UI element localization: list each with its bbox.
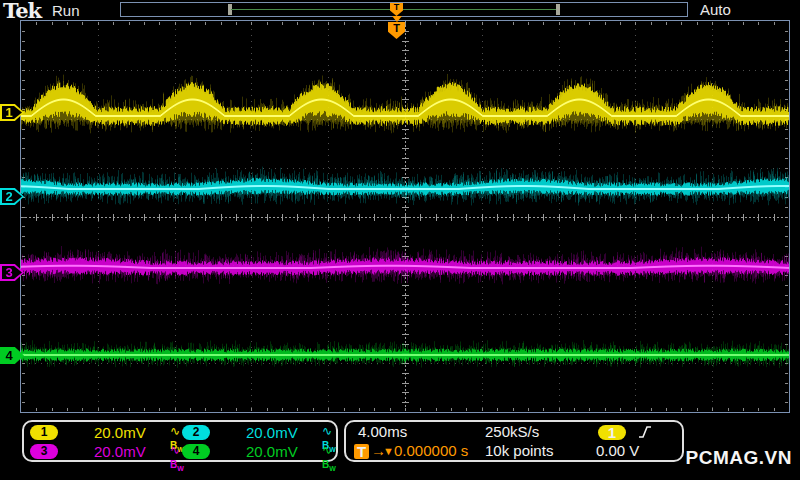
channel-1-readout[interactable]: 1 20.0mV ∿ BW — [30, 423, 182, 442]
watermark: PCMAG.VN — [686, 447, 792, 469]
channel-4-coupling-icons: ∿ BW — [322, 443, 336, 472]
channel-2-badge: 2 — [182, 425, 210, 440]
trigger-mode-label: Auto — [700, 1, 731, 18]
channel-3-marker-label: 3 — [0, 265, 18, 280]
trigger-source-badge: 1 — [598, 425, 626, 440]
record-view-trigger-position-icon[interactable]: T — [390, 3, 403, 16]
trigger-time-icon: T — [354, 444, 369, 459]
ac-coupling-icon: ∿ — [170, 424, 180, 438]
channel-1-marker-label: 1 — [0, 105, 18, 120]
record-view-right-bracket[interactable] — [556, 4, 560, 15]
channel-3-badge: 3 — [30, 444, 58, 459]
channel-4-marker-label: 4 — [0, 348, 18, 363]
channel-1-scale: 20.0mV — [94, 424, 146, 441]
channel-4-scale: 20.0mV — [246, 443, 298, 460]
sample-rate: 250kS/s — [485, 423, 539, 440]
trigger-position-value: 0.000000 s — [394, 442, 468, 459]
graticule — [20, 20, 790, 413]
record-view-bar: T — [120, 2, 688, 17]
timebase-trigger-readout-box[interactable]: 4.00ms 250kS/s 1 T → ▼ 0.000000 s 10k po… — [344, 420, 684, 462]
ac-coupling-icon: ∿ — [322, 443, 332, 457]
trigger-caret-icon — [392, 16, 402, 22]
record-length: 10k points — [485, 442, 553, 459]
ac-coupling-icon: ∿ — [322, 424, 332, 438]
channel-2-readout[interactable]: 2 20.0mV ∿ BW — [182, 423, 334, 442]
channel-3-scale: 20.0mV — [94, 443, 146, 460]
channel-3-readout[interactable]: 3 20.0mV ∿ BW — [30, 442, 182, 461]
channel-3-position-marker[interactable]: 3 — [0, 264, 24, 281]
channel-2-scale: 20.0mV — [246, 424, 298, 441]
channel-2-marker-label: 2 — [0, 189, 18, 204]
channel-4-readout[interactable]: 4 20.0mV ∿ BW — [182, 442, 334, 461]
channel-4-badge: 4 — [182, 444, 210, 459]
channel-4-position-marker[interactable]: 4 — [0, 347, 24, 364]
rising-edge-icon — [638, 425, 652, 439]
channel-2-position-marker[interactable]: 2 — [0, 188, 24, 205]
waveform-canvas — [21, 21, 789, 412]
timebase-scale: 4.00ms — [358, 423, 407, 440]
ac-coupling-icon: ∿ — [170, 443, 180, 457]
channel-1-position-marker[interactable]: 1 — [0, 104, 24, 121]
channel-readout-box: 1 20.0mV ∿ BW 2 20.0mV ∿ BW 3 20.0mV ∿ B… — [22, 420, 338, 462]
channel-1-badge: 1 — [30, 425, 58, 440]
acquisition-state-label: Run — [52, 2, 80, 19]
trigger-pointer-icon: ▼ — [383, 445, 394, 457]
trigger-level-value: 0.00 V — [596, 442, 639, 459]
oscilloscope-screen: Tek Run Auto T T 1 2 3 4 1 20.0mV ∿ BW — [0, 0, 800, 480]
bandwidth-limit-icon: BW — [322, 459, 336, 470]
